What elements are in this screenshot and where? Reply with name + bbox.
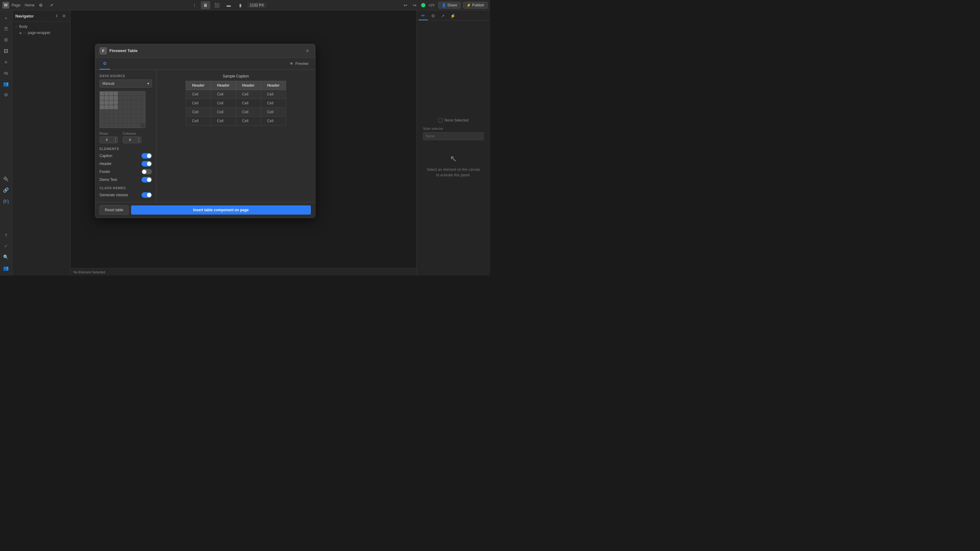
rows-up-arrow[interactable]: ▲ bbox=[113, 137, 118, 140]
table-row: Cell Cell Cell Cell bbox=[186, 90, 286, 98]
grid-cell bbox=[123, 100, 127, 105]
add-elements-icon[interactable]: + bbox=[1, 13, 11, 23]
grid-cell bbox=[105, 96, 109, 100]
td-r2c2: Cell bbox=[211, 98, 236, 108]
assets-icon[interactable]: 🖼 bbox=[1, 46, 11, 56]
navigator-icon[interactable]: ☰ bbox=[1, 24, 11, 34]
interactions-tab[interactable]: ↗ bbox=[438, 12, 447, 20]
finsweet-icon[interactable]: {F} bbox=[1, 196, 11, 206]
table-header-row: Header Header Header Header bbox=[186, 81, 286, 90]
grid-cell bbox=[114, 92, 118, 96]
members-icon[interactable]: 👥 bbox=[1, 79, 11, 89]
components-icon[interactable]: ⊞ bbox=[1, 35, 11, 45]
rows-input[interactable]: 4 ▲ ▼ bbox=[100, 137, 118, 143]
none-selected-checkbox[interactable] bbox=[438, 118, 442, 122]
cols-up-arrow[interactable]: ▲ bbox=[137, 137, 141, 140]
cursor-icon: ↖ bbox=[450, 154, 457, 164]
grid-cell bbox=[141, 92, 145, 96]
demo-text-toggle[interactable] bbox=[142, 177, 152, 183]
navigator-panel: Navigator ⇕ ⊞ □ Body ▶ □ page-wrapper bbox=[12, 10, 70, 275]
nav-layout-btn[interactable]: ⊞ bbox=[61, 13, 67, 19]
grid-cell bbox=[123, 110, 127, 114]
cols-down-arrow[interactable]: ▼ bbox=[137, 140, 141, 143]
grid-cell bbox=[136, 92, 140, 96]
caption-toggle[interactable] bbox=[142, 153, 152, 159]
reset-table-button[interactable]: Reset table bbox=[100, 205, 129, 214]
canvas-area[interactable]: Lorem ipsum dolor sit amet consectetur a… bbox=[70, 10, 417, 275]
td-r4c3: Cell bbox=[236, 116, 261, 125]
share-button[interactable]: 👤 Share bbox=[438, 2, 461, 9]
code-icon[interactable]: </> bbox=[428, 1, 436, 9]
share-icon: 👤 bbox=[442, 3, 446, 7]
td-r1c2: Cell bbox=[211, 90, 236, 98]
account-icon[interactable]: 👥 bbox=[1, 263, 11, 273]
nav-expand-btn[interactable]: ⇕ bbox=[54, 13, 60, 19]
rows-label: Rows bbox=[100, 132, 118, 135]
mobile-portrait-btn[interactable]: ▮ bbox=[236, 1, 245, 9]
nav-item-body-icon: □ bbox=[15, 25, 18, 29]
footer-toggle[interactable] bbox=[142, 169, 152, 175]
desktop-device-btn[interactable]: 🖥 bbox=[201, 1, 210, 9]
grid-cell bbox=[127, 114, 131, 119]
right-panel-tabs: ✏ ⚙ ↗ ⚡ bbox=[417, 10, 490, 21]
data-source-dropdown[interactable]: Manual ▾ bbox=[100, 79, 152, 87]
table-row: Cell Cell Cell Cell bbox=[186, 108, 286, 116]
mobile-landscape-btn[interactable]: ▬ bbox=[224, 1, 233, 9]
th-4: Header bbox=[261, 81, 286, 90]
webflow-logo[interactable]: W bbox=[2, 2, 9, 9]
cols-group: Columns 4 ▲ ▼ bbox=[123, 132, 141, 143]
tablet-device-btn[interactable]: ⬛ bbox=[213, 1, 222, 9]
grid-cell bbox=[100, 105, 104, 109]
modal-footer: Reset table Insert table component on pa… bbox=[95, 202, 315, 218]
nav-item-body[interactable]: □ Body bbox=[12, 24, 70, 30]
modal-close-button[interactable]: ✕ bbox=[304, 48, 311, 54]
undo-btn[interactable]: ↩ bbox=[401, 1, 409, 9]
more-options-icon[interactable]: ⋮ bbox=[191, 1, 199, 9]
rows-down-arrow[interactable]: ▼ bbox=[113, 140, 118, 143]
grid-cell bbox=[105, 123, 109, 128]
style-selector-input[interactable]: None bbox=[423, 132, 484, 140]
grid-cell bbox=[141, 110, 145, 114]
class-names-section: Class Names Generate classes bbox=[100, 186, 152, 198]
modal-settings-tab[interactable]: ⚙ bbox=[100, 58, 110, 70]
table-row: Cell Cell Cell Cell bbox=[186, 98, 286, 108]
generate-classes-toggle[interactable] bbox=[142, 192, 152, 198]
nav-item-page-wrapper[interactable]: ▶ □ page-wrapper bbox=[12, 30, 70, 36]
settings-icon[interactable]: ⚙ bbox=[1, 90, 11, 100]
td-r2c4: Cell bbox=[261, 98, 286, 108]
style-tab[interactable]: ✏ bbox=[418, 12, 428, 20]
modal-title-text: Finsweet Table bbox=[109, 48, 137, 53]
publish-button[interactable]: ⚡ Publish bbox=[463, 2, 488, 9]
grid-cell bbox=[100, 100, 104, 105]
grid-cell bbox=[105, 114, 109, 119]
grid-cell bbox=[123, 114, 127, 119]
integrations-icon[interactable]: 🔗 bbox=[1, 185, 11, 195]
tasks-icon[interactable]: ✓ bbox=[1, 241, 11, 251]
grid-cell bbox=[118, 114, 123, 119]
search-icon[interactable]: 🔍 bbox=[1, 252, 11, 262]
redo-btn[interactable]: ↪ bbox=[411, 1, 418, 9]
grid-cell bbox=[132, 110, 136, 114]
cols-input[interactable]: 4 ▲ ▼ bbox=[123, 137, 141, 143]
nav-expand-arrow: ▶ bbox=[20, 31, 22, 35]
cms-icon[interactable]: ≡ bbox=[1, 57, 11, 67]
ecommerce-icon[interactable]: 🛍 bbox=[1, 68, 11, 78]
header-toggle[interactable] bbox=[142, 161, 152, 167]
page-settings-icon[interactable]: ⚙ bbox=[37, 1, 45, 9]
help-icon[interactable]: ? bbox=[1, 230, 11, 240]
grid-cell bbox=[118, 119, 123, 123]
cols-label: Columns bbox=[123, 132, 141, 135]
td-r4c1: Cell bbox=[186, 116, 211, 125]
lightning-tab[interactable]: ⚡ bbox=[448, 12, 457, 20]
grid-cell bbox=[123, 105, 127, 109]
rows-value: 4 bbox=[100, 137, 113, 143]
page-nav-icon[interactable]: ↗ bbox=[48, 1, 56, 9]
settings-tab[interactable]: ⚙ bbox=[428, 12, 438, 20]
nav-item-wrapper-icon: □ bbox=[24, 31, 26, 35]
grid-cell bbox=[114, 96, 118, 100]
insert-table-button[interactable]: Insert table component on page bbox=[131, 205, 311, 214]
apps-icon[interactable]: 🔌 bbox=[1, 174, 11, 184]
grid-cell bbox=[127, 96, 131, 100]
grid-cell bbox=[109, 92, 113, 96]
grid-cell bbox=[132, 100, 136, 105]
